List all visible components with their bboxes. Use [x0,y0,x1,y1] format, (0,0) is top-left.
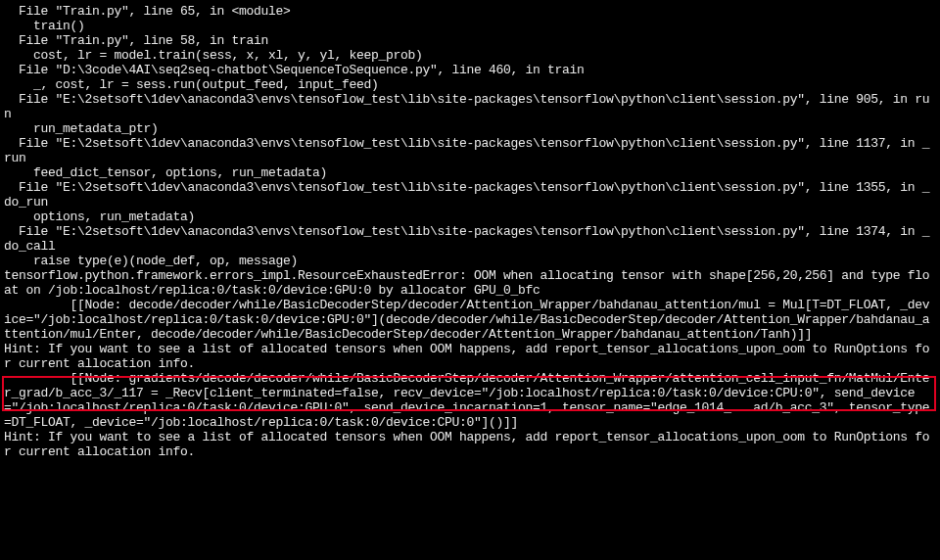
traceback-line: run_metadata_ptr) [4,121,936,136]
traceback-line: options, run_metadata) [4,210,936,224]
traceback-line: cost, lr = model.train(sess, x, xl, y, y… [4,48,936,63]
error-message: tensorflow.python.framework.errors_impl.… [4,268,936,298]
traceback-line: File "E:\2setsoft\1dev\anaconda3\envs\te… [4,92,936,121]
traceback-line: File "D:\3code\4AI\seq2seq-chatbot\Seque… [4,63,936,77]
hint-message: Hint: If you want to see a list of alloc… [4,430,936,459]
traceback-line: File "E:\2setsoft\1dev\anaconda3\envs\te… [4,224,936,254]
traceback-line: feed_dict_tensor, options, run_metadata) [4,165,936,180]
node-info: [[Node: decode/decoder/while/BasicDecode… [4,298,936,342]
traceback-line: File "Train.py", line 58, in train [4,33,936,48]
traceback-line: File "E:\2setsoft\1dev\anaconda3\envs\te… [4,136,936,165]
traceback-line: train() [4,19,936,33]
node-info: [[Node: gradients/decode/decoder/while/B… [4,371,936,430]
traceback-line: File "Train.py", line 65, in <module> [4,4,936,19]
hint-message: Hint: If you want to see a list of alloc… [4,342,936,371]
terminal-window: File "Train.py", line 65, in <module> tr… [0,0,940,560]
traceback-line: File "E:\2setsoft\1dev\anaconda3\envs\te… [4,180,936,210]
traceback-line: _, cost, lr = sess.run(output_feed, inpu… [4,77,936,92]
traceback-line: raise type(e)(node_def, op, message) [4,254,936,268]
